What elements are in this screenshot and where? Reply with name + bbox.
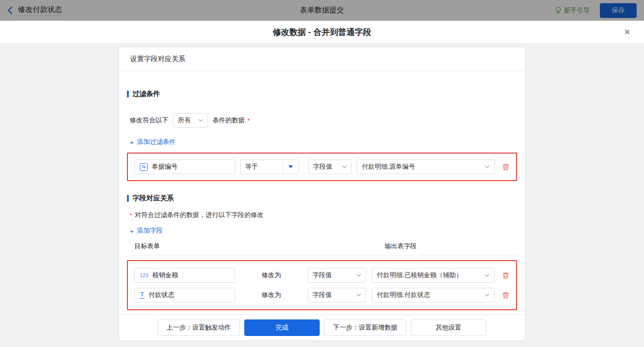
column-output-field: 输出表字段 [385,242,417,250]
text-field-icon: T [140,291,144,298]
mapping-hint: * 对符合过滤条件的数据，进行以下字段的修改 [127,211,517,219]
other-settings-button[interactable]: 其他设置 [411,319,486,336]
delete-mapping-button[interactable] [502,272,510,279]
modify-to-label: 修改为 [235,291,307,299]
filter-section-title: 过滤条件 [127,90,517,98]
delete-condition-button[interactable] [502,163,510,171]
plus-icon: + [130,227,134,235]
chevron-down-icon [356,294,361,296]
workflow-title: 修改付款状态 [18,5,62,16]
output-field-select[interactable]: 付款明细.付款状态 [372,288,494,302]
modal-title: 修改数据 - 合并到普通字段 [273,27,371,38]
chevron-down-icon [485,274,489,277]
match-mode-select[interactable]: 所有 [173,113,208,128]
prev-step-button[interactable]: 上一步：设置触发动作 [158,319,240,336]
field-mapping-highlight-box: 123 核销金额 修改为 字段值 付款明细.已核销金额（辅助） [127,260,517,310]
column-target-form: 目标表单 [134,242,385,250]
filter-field-input[interactable]: ⇆ 单据编号 [134,159,236,174]
mapping-row: T 付款状态 修改为 字段值 付款明细.付款状态 [134,288,510,302]
filter-condition-highlight-box: ⇆ 单据编号 等于 字段值 [127,153,517,181]
filter-match-line: 修改符合以下 所有 条件的数据 * [127,113,517,128]
modal-header: 修改数据 - 合并到普通字段 × [0,21,644,44]
required-asterisk: * [130,212,132,219]
back-chevron-icon [7,6,12,14]
triangle-down-icon [288,165,293,168]
value-field-select[interactable]: 付款明细.源单编号 [356,159,494,174]
save-button[interactable]: 保存 [600,3,637,18]
serial-number-field-icon: ⇆ [140,163,148,171]
operator-select[interactable]: 等于 [240,159,299,174]
plus-icon: + [130,138,134,146]
number-field-icon: 123 [140,273,148,278]
mapping-section-title: 字段对应关系 [127,194,517,203]
required-asterisk: * [247,117,250,124]
topbar: 修改付款状态 表单数据提交 新手引导 保存 [0,0,644,21]
target-field-input[interactable]: 123 核销金额 [134,268,235,283]
settings-card: 设置字段对应关系 过滤条件 修改符合以下 所有 条件的数据 [119,47,525,340]
page-title: 表单数据提交 [0,6,644,15]
next-step-button[interactable]: 下一步：设置新增数据 [324,319,406,336]
chevron-down-icon [485,165,489,168]
value-type-select[interactable]: 字段值 [308,159,352,174]
value-type-select[interactable]: 字段值 [308,268,367,283]
filter-match-suffix: 条件的数据 [213,116,245,125]
beginner-guide-link[interactable]: 新手引导 [555,6,590,15]
modal-body: 设置字段对应关系 过滤条件 修改符合以下 所有 条件的数据 [0,44,644,347]
card-footer: 上一步：设置触发动作 完成 下一步：设置新增数据 其他设置 [119,314,525,340]
app-root: 修改付款状态 表单数据提交 新手引导 保存 修改数据 - 合并到普通字段 × 设… [0,0,644,347]
chevron-down-icon [342,165,347,168]
target-field-input[interactable]: T 付款状态 [134,288,235,302]
beginner-guide-label: 新手引导 [564,6,590,15]
operator-caret-button[interactable] [283,160,299,174]
add-filter-condition-link[interactable]: + 添加过滤条件 [127,138,176,146]
chevron-down-icon [485,294,489,296]
delete-mapping-button[interactable] [502,291,510,299]
chevron-down-icon [198,119,203,122]
output-field-select[interactable]: 付款明细.已核销金额（辅助） [372,268,494,283]
lightbulb-icon [555,6,562,14]
modify-to-label: 修改为 [235,271,307,279]
add-field-link[interactable]: + 添加字段 [127,227,163,235]
card-header-title: 设置字段对应关系 [119,47,525,71]
value-type-select[interactable]: 字段值 [308,288,367,302]
filter-match-prefix: 修改符合以下 [130,116,168,125]
back-button[interactable] [7,6,12,14]
mapping-column-headers: 目标表单 输出表字段 [127,242,517,256]
mapping-row: 123 核销金额 修改为 字段值 付款明细.已核销金额（辅助） [134,268,510,283]
done-button[interactable]: 完成 [244,319,320,336]
close-icon[interactable]: × [624,27,630,37]
section-accent-bar [127,195,129,202]
section-accent-bar [127,91,129,97]
chevron-down-icon [356,274,361,277]
